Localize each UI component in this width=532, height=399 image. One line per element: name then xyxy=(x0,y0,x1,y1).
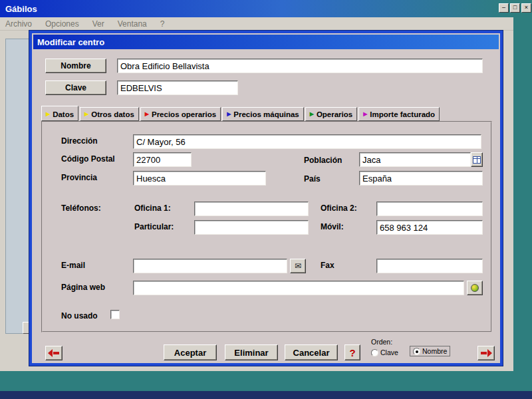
tab-operarios[interactable]: ▶ Operarios xyxy=(305,107,357,121)
telefonos-label: Teléfonos: xyxy=(61,203,101,213)
orden-radio-clave[interactable]: Clave xyxy=(371,348,398,356)
modificar-centro-dialog: Modificar centro Nombre Clave ▶ Datos ▶ … xyxy=(29,31,503,366)
window-controls: – □ × xyxy=(499,3,531,13)
menu-opciones[interactable]: Opciones xyxy=(45,19,79,29)
movil-label: Móvil: xyxy=(321,222,344,231)
tab-label: Importe facturado xyxy=(370,110,435,118)
eliminar-button[interactable]: Eliminar xyxy=(225,344,278,360)
arrow-left-icon xyxy=(46,346,62,360)
provincia-label: Provincia xyxy=(61,173,97,182)
poblacion-input[interactable] xyxy=(359,152,471,167)
tab-marker-icon: ▶ xyxy=(363,112,367,117)
movil-input[interactable] xyxy=(376,220,483,235)
tab-label: Operarios xyxy=(317,110,352,118)
tab-datos[interactable]: ▶ Datos xyxy=(41,106,78,121)
app-titlebar[interactable]: Gábilos xyxy=(0,0,513,17)
close-icon[interactable]: × xyxy=(521,3,531,13)
tab-strip: ▶ Datos ▶ Otros datos ▶ Precios operario… xyxy=(41,104,493,121)
minimize-icon[interactable]: – xyxy=(499,3,509,13)
poblacion-lookup-button[interactable] xyxy=(471,152,483,167)
no-usado-checkbox[interactable] xyxy=(110,310,120,319)
lookup-grid-icon xyxy=(473,156,481,164)
tab-label: Otros datos xyxy=(91,110,134,118)
help-button[interactable]: ? xyxy=(344,344,360,360)
globe-icon xyxy=(471,284,479,292)
menu-archivo[interactable]: Archivo xyxy=(5,19,32,29)
radio-circle-icon xyxy=(371,349,378,356)
no-usado-label: No usado xyxy=(61,311,98,321)
radio-nombre-label: Nombre xyxy=(422,347,447,355)
codigo-postal-label: Código Postal xyxy=(61,154,115,164)
email-send-button[interactable]: ✉ xyxy=(290,259,306,273)
arrow-right-icon xyxy=(478,346,494,360)
clave-input[interactable] xyxy=(117,80,238,95)
email-input[interactable] xyxy=(133,259,287,273)
maximize-icon[interactable]: □ xyxy=(510,3,520,13)
tab-label: Precios operarios xyxy=(152,110,216,118)
codigo-postal-input[interactable] xyxy=(133,152,192,167)
menu-help[interactable]: ? xyxy=(160,19,165,29)
nombre-input[interactable] xyxy=(117,59,483,73)
fax-input[interactable] xyxy=(376,259,483,273)
background-child-window xyxy=(5,39,31,334)
tab-label: Precios máquinas xyxy=(233,110,299,118)
tab-marker-icon: ▶ xyxy=(310,112,314,117)
tab-importe-facturado[interactable]: ▶ Importe facturado xyxy=(358,107,440,121)
tab-otros-datos[interactable]: ▶ Otros datos xyxy=(80,107,139,121)
provincia-input[interactable] xyxy=(133,171,266,186)
oficina1-label: Oficina 1: xyxy=(134,203,171,213)
orden-label: Orden: xyxy=(371,338,392,346)
app-title: Gábilos xyxy=(5,4,37,14)
fax-label: Fax xyxy=(321,261,334,270)
oficina2-label: Oficina 2: xyxy=(321,203,357,213)
oficina2-input[interactable] xyxy=(376,201,483,216)
tab-precios-operarios[interactable]: ▶ Precios operarios xyxy=(140,107,221,121)
dialog-title: Modificar centro xyxy=(37,37,104,47)
orden-radio-nombre[interactable]: Nombre xyxy=(410,346,450,356)
nombre-header-button[interactable]: Nombre xyxy=(45,59,106,73)
particular-input[interactable] xyxy=(194,220,309,235)
tab-marker-icon: ▶ xyxy=(84,112,88,117)
pais-input[interactable] xyxy=(359,171,483,186)
menu-ventana[interactable]: Ventana xyxy=(118,19,147,29)
email-label: E-mail xyxy=(61,261,85,270)
menubar: Archivo Opciones Ver Ventana ? xyxy=(0,17,513,31)
dialog-body: Nombre Clave ▶ Datos ▶ Otros datos ▶ Pre… xyxy=(33,49,499,362)
tab-precios-maquinas[interactable]: ▶ Precios máquinas xyxy=(222,107,304,121)
tab-marker-icon: ▶ xyxy=(227,112,231,117)
direccion-input[interactable] xyxy=(133,134,481,149)
poblacion-label: Población xyxy=(304,156,342,165)
aceptar-button[interactable]: Aceptar xyxy=(164,344,217,360)
next-record-button[interactable] xyxy=(477,346,495,360)
radio-clave-label: Clave xyxy=(380,348,398,356)
tab-marker-icon: ▶ xyxy=(46,112,50,117)
previous-record-button[interactable] xyxy=(45,346,63,360)
pais-label: País xyxy=(304,174,321,184)
particular-label: Particular: xyxy=(134,222,174,231)
clave-header-button[interactable]: Clave xyxy=(45,80,106,95)
web-open-button[interactable] xyxy=(467,281,483,295)
dialog-titlebar[interactable]: Modificar centro xyxy=(33,35,499,49)
tab-label: Datos xyxy=(53,110,74,118)
envelope-icon: ✉ xyxy=(295,261,301,271)
web-input[interactable] xyxy=(133,281,464,295)
radio-circle-icon xyxy=(413,348,420,355)
oficina1-input[interactable] xyxy=(194,201,309,216)
desktop: Gábilos Archivo Opciones Ver Ventana ? –… xyxy=(0,0,532,399)
cancelar-button[interactable]: Cancelar xyxy=(285,344,338,360)
tab-marker-icon: ▶ xyxy=(145,112,149,117)
bottom-navy-strip xyxy=(0,391,532,399)
direccion-label: Dirección xyxy=(61,136,98,146)
web-label: Página web xyxy=(61,283,105,292)
menu-ver[interactable]: Ver xyxy=(92,19,104,29)
